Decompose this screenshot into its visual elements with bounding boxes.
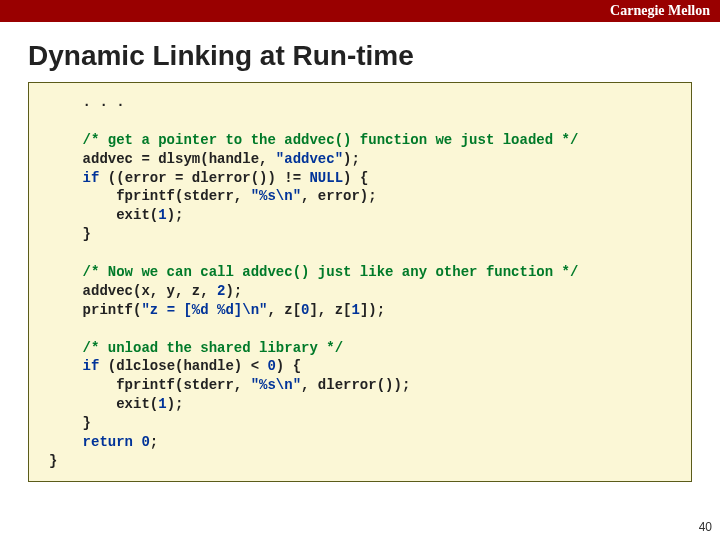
slide-title: Dynamic Linking at Run-time [28, 40, 720, 72]
banner: Carnegie Mellon [0, 0, 720, 22]
code-block: . . . /* get a pointer to the addvec() f… [28, 82, 692, 482]
org-name: Carnegie Mellon [610, 3, 710, 19]
code-content: . . . /* get a pointer to the addvec() f… [49, 93, 671, 471]
page-number: 40 [699, 520, 712, 534]
